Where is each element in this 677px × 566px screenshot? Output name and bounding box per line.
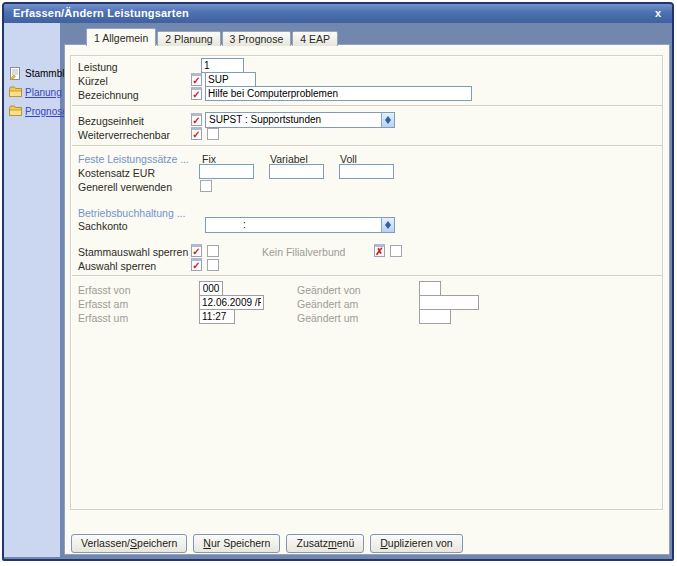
sachkonto-label: Sachkonto (78, 220, 128, 232)
kostensatz-label: Kostensatz EUR (78, 167, 155, 179)
bezugseinheit-value: SUPST : Supportstunden (209, 114, 321, 125)
kostensatz-fix-input[interactable] (199, 164, 254, 179)
tab-allgemein[interactable]: 1 Allgemein (86, 28, 156, 46)
dropdown-arrows-icon[interactable] (381, 113, 394, 127)
folder-icon (9, 86, 22, 98)
erfasst-von-label: Erfasst von (78, 284, 131, 296)
sidebar: Stammblatt Planung Progn (4, 23, 60, 557)
geaendert-von-label: Geändert von (297, 284, 361, 296)
title-bar: Erfassen/Ändern Leistungsarten x (4, 4, 672, 23)
dropdown-arrows-icon[interactable] (381, 218, 394, 232)
stammauswahl-sperren-checkbox[interactable] (207, 245, 219, 257)
blocked-cross-icon: ✗ (374, 244, 385, 257)
kostensatz-voll-input[interactable] (339, 164, 394, 179)
required-check-icon: ✓ (191, 73, 202, 86)
separator (72, 275, 662, 276)
generell-verwenden-label: Generell verwenden (78, 181, 172, 193)
bezeichnung-input[interactable] (205, 86, 472, 101)
feste-leistungssaetze-section-label: Feste Leistungssätze ... (78, 153, 189, 165)
close-icon[interactable]: x (655, 4, 661, 22)
sachkonto-dropdown[interactable]: : (205, 217, 395, 233)
separator (72, 105, 662, 106)
geaendert-am-label: Geändert am (297, 298, 358, 310)
erfasst-am-label: Erfasst am (78, 298, 128, 310)
weiterverrechenbar-checkbox[interactable] (207, 128, 219, 140)
verlassen-speichern-button[interactable]: Verlassen/Speichern (71, 534, 187, 553)
required-check-icon: ✓ (191, 113, 202, 126)
kein-filialverbund-checkbox[interactable] (390, 245, 402, 257)
generell-verwenden-checkbox[interactable] (200, 180, 212, 192)
zusatzmenue-button[interactable]: Zusatzmenü (286, 534, 364, 553)
sachkonto-value: : (243, 219, 246, 230)
geaendert-um-input (419, 309, 451, 324)
sheet-icon (9, 67, 22, 79)
button-row: Verlassen/Speichern Nur Speichern Zusatz… (71, 534, 463, 553)
required-check-icon: ✓ (191, 87, 202, 100)
kostensatz-variabel-input[interactable] (269, 164, 324, 179)
folder-icon (9, 105, 22, 117)
separator (72, 145, 662, 146)
leistung-input[interactable] (201, 58, 244, 73)
weiterverrechenbar-label: Weiterverrechenbar (78, 129, 170, 141)
sidebar-item-label: Planung (25, 87, 62, 98)
bezugseinheit-dropdown[interactable]: SUPST : Supportstunden (205, 112, 395, 128)
bezeichnung-label: Bezeichnung (78, 89, 139, 101)
betriebsbuchhaltung-section-label: Betriebsbuchhaltung ... (78, 207, 185, 219)
leistung-label: Leistung (78, 61, 118, 73)
kuerzel-input[interactable] (205, 72, 256, 87)
nur-speichern-button[interactable]: Nur Speichern (193, 534, 280, 553)
tab-planung[interactable]: 2 Planung (157, 31, 220, 46)
window-title: Erfassen/Ändern Leistungsarten (13, 4, 189, 23)
tab-bar: 1 Allgemein 2 Planung 3 Prognose 4 EAP (86, 27, 339, 46)
auswahl-sperren-checkbox[interactable] (207, 259, 219, 271)
geaendert-um-label: Geändert um (297, 312, 358, 324)
sidebar-item-prognose[interactable]: Prognose (9, 105, 68, 117)
erfasst-um-label: Erfasst um (78, 312, 128, 324)
bezugseinheit-label: Bezugseinheit (78, 115, 144, 127)
erfasst-um-input (199, 309, 235, 324)
tab-prognose[interactable]: 3 Prognose (222, 31, 292, 46)
dialog-window: Erfassen/Ändern Leistungsarten x Stammbl… (2, 2, 674, 561)
geaendert-von-input (419, 281, 441, 296)
auswahl-sperren-label: Auswahl sperren (78, 260, 156, 272)
tab-eap[interactable]: 4 EAP (292, 31, 338, 46)
geaendert-am-input (419, 295, 479, 310)
required-check-icon: ✓ (191, 244, 202, 257)
required-check-icon: ✓ (191, 258, 202, 271)
kein-filialverbund-label: Kein Filialverbund (262, 246, 345, 258)
duplizieren-von-button[interactable]: Duplizieren von (370, 534, 462, 553)
stammauswahl-sperren-label: Stammauswahl sperren (78, 246, 188, 258)
erfasst-am-input (199, 295, 264, 310)
kuerzel-label: Kürzel (78, 75, 108, 87)
screen: Erfassen/Ändern Leistungsarten x Stammbl… (0, 0, 677, 566)
erfasst-von-input (199, 281, 223, 296)
sidebar-item-label: Prognose (25, 106, 68, 117)
tab-content-panel: Leistung Kürzel ✓ Bezeichnung ✓ Bezugsei… (64, 44, 670, 555)
required-check-icon: ✓ (191, 127, 202, 140)
sidebar-item-planung[interactable]: Planung (9, 86, 62, 98)
